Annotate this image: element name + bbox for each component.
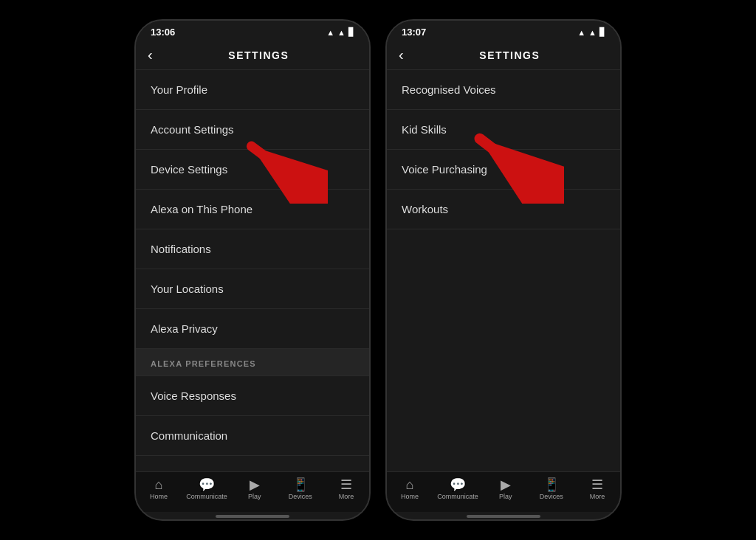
devices-icon-right: 📱 xyxy=(543,478,560,491)
section-header-text: ALEXA PREFERENCES xyxy=(151,359,256,368)
screenshot-container: 13:06 ▲ ▲ ▊ ‹ SETTINGS Your Profile Acco… xyxy=(0,0,756,540)
settings-list-right: Recognised Voices Kid Skills Voice Purch… xyxy=(387,70,620,471)
back-button-left[interactable]: ‹ xyxy=(148,46,153,63)
nav-bar-right: ‹ SETTINGS xyxy=(387,41,620,70)
bottom-nav-left: ⌂ Home 💬 Communicate ▶ Play 📱 Devices ☰ … xyxy=(136,471,369,512)
phone-right: 13:07 ▲ ▲ ▊ ‹ SETTINGS Recognised Voices… xyxy=(385,19,622,521)
devices-label-left: Devices xyxy=(289,493,312,500)
home-indicator-left xyxy=(216,515,289,518)
status-icons-right: ▲ ▲ ▊ xyxy=(577,27,605,37)
nav-bar-left: ‹ SETTINGS xyxy=(136,41,369,70)
signal-icon-right: ▲ xyxy=(577,28,585,37)
settings-item-voice-purchasing[interactable]: Voice Purchasing xyxy=(387,150,620,190)
settings-item-workouts[interactable]: Workouts xyxy=(387,190,620,229)
time-right: 13:07 xyxy=(402,27,426,38)
bottom-nav-play-left[interactable]: ▶ Play xyxy=(236,478,273,500)
play-label-right: Play xyxy=(499,493,512,500)
bottom-nav-devices-left[interactable]: 📱 Devices xyxy=(282,478,319,500)
wifi-icon-left: ▲ xyxy=(337,28,346,37)
settings-item-device-settings[interactable]: Device Settings xyxy=(136,150,369,190)
signal-icon-left: ▲ xyxy=(326,28,334,37)
devices-label-right: Devices xyxy=(540,493,563,500)
settings-item-your-locations[interactable]: Your Locations xyxy=(136,269,369,309)
page-title-left: SETTINGS xyxy=(160,49,357,61)
play-icon-left: ▶ xyxy=(250,478,260,491)
bottom-nav-play-right[interactable]: ▶ Play xyxy=(487,478,524,500)
time-left: 13:06 xyxy=(151,27,175,38)
bottom-nav-right: ⌂ Home 💬 Communicate ▶ Play 📱 Devices ☰ … xyxy=(387,471,620,512)
back-button-right[interactable]: ‹ xyxy=(399,46,404,63)
settings-item-account-settings[interactable]: Account Settings xyxy=(136,110,369,150)
settings-item-alexa-privacy[interactable]: Alexa Privacy xyxy=(136,309,369,349)
settings-list-left: Your Profile Account Settings Device Set… xyxy=(136,70,369,471)
bottom-nav-devices-right[interactable]: 📱 Devices xyxy=(533,478,570,500)
home-icon-left: ⌂ xyxy=(155,478,163,491)
bottom-nav-communicate-left[interactable]: 💬 Communicate xyxy=(186,478,227,500)
status-bar-right: 13:07 ▲ ▲ ▊ xyxy=(387,21,620,41)
more-icon-left: ☰ xyxy=(340,478,352,491)
bottom-nav-communicate-right[interactable]: 💬 Communicate xyxy=(437,478,478,500)
page-title-right: SETTINGS xyxy=(411,49,608,61)
home-label-left: Home xyxy=(150,493,168,500)
play-label-left: Play xyxy=(248,493,261,500)
settings-item-communication[interactable]: Communication xyxy=(136,416,369,456)
phone-left: 13:06 ▲ ▲ ▊ ‹ SETTINGS Your Profile Acco… xyxy=(134,19,371,521)
settings-item-kid-skills[interactable]: Kid Skills xyxy=(387,110,620,150)
settings-item-voice-responses[interactable]: Voice Responses xyxy=(136,376,369,416)
home-indicator-right xyxy=(467,515,540,518)
bottom-nav-more-left[interactable]: ☰ More xyxy=(328,478,365,500)
more-label-right: More xyxy=(590,493,605,500)
communicate-label-right: Communicate xyxy=(437,493,478,500)
bottom-nav-more-right[interactable]: ☰ More xyxy=(579,478,616,500)
battery-icon-right: ▊ xyxy=(599,27,605,37)
more-icon-right: ☰ xyxy=(591,478,603,491)
section-header-alexa-preferences: ALEXA PREFERENCES xyxy=(136,349,369,376)
status-icons-left: ▲ ▲ ▊ xyxy=(326,27,354,37)
communicate-label-left: Communicate xyxy=(186,493,227,500)
wifi-icon-right: ▲ xyxy=(588,28,597,37)
bottom-nav-home-left[interactable]: ⌂ Home xyxy=(140,478,177,500)
settings-item-recognised-voices[interactable]: Recognised Voices xyxy=(387,70,620,110)
communicate-icon-right: 💬 xyxy=(450,478,466,491)
status-bar-left: 13:06 ▲ ▲ ▊ xyxy=(136,21,369,41)
communicate-icon-left: 💬 xyxy=(199,478,215,491)
settings-item-notifications[interactable]: Notifications xyxy=(136,229,369,269)
home-icon-right: ⌂ xyxy=(406,478,414,491)
devices-icon-left: 📱 xyxy=(292,478,309,491)
battery-icon-left: ▊ xyxy=(348,27,354,37)
settings-item-your-profile[interactable]: Your Profile xyxy=(136,70,369,110)
play-icon-right: ▶ xyxy=(501,478,511,491)
settings-item-alexa-on-this-phone[interactable]: Alexa on This Phone xyxy=(136,190,369,229)
bottom-nav-home-right[interactable]: ⌂ Home xyxy=(391,478,428,500)
home-label-right: Home xyxy=(401,493,419,500)
more-label-left: More xyxy=(339,493,354,500)
